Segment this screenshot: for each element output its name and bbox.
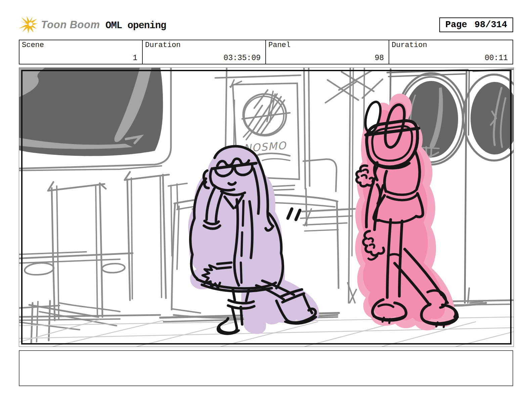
page-label: Page (445, 20, 467, 30)
caption-box (19, 350, 513, 386)
panel-label: Panel (268, 41, 291, 49)
storyboard-page: Toon Boom OML opening Page 98/314 Scene … (0, 0, 532, 411)
page-header: Toon Boom OML opening Page 98/314 (19, 16, 513, 36)
scene-cell: Scene 1 (19, 40, 143, 64)
scene-duration-label: Duration (145, 41, 181, 49)
panel-duration-value: 00:11 (485, 54, 508, 62)
scene-duration-cell: Duration 03:35:09 (143, 40, 266, 64)
project-title: OML opening (105, 20, 166, 31)
logo-text: Toon Boom (41, 19, 100, 31)
emphasis-marks (288, 209, 300, 220)
scene-duration-value: 03:35:09 (224, 54, 261, 62)
panel-cell: Panel 98 (266, 40, 389, 64)
panel-duration-cell: Duration 00:11 (389, 40, 513, 64)
page-number-box: Page 98/314 (439, 17, 513, 32)
toon-boom-brand: Toon Boom (19, 16, 100, 34)
panel-duration-label: Duration (392, 41, 427, 49)
info-table: Scene 1 Duration 03:35:09 Panel 98 Durat… (19, 40, 513, 64)
page-number: 98/314 (475, 20, 507, 30)
tv-screen-sketch (19, 68, 171, 171)
scene-label: Scene (22, 41, 44, 49)
storyboard-panel: NOSMO (19, 67, 514, 347)
storyboard-drawing: NOSMO (19, 68, 514, 347)
scene-value: 1 (133, 54, 137, 62)
panel-value: 98 (374, 54, 384, 62)
toon-boom-logo-icon (19, 16, 38, 34)
